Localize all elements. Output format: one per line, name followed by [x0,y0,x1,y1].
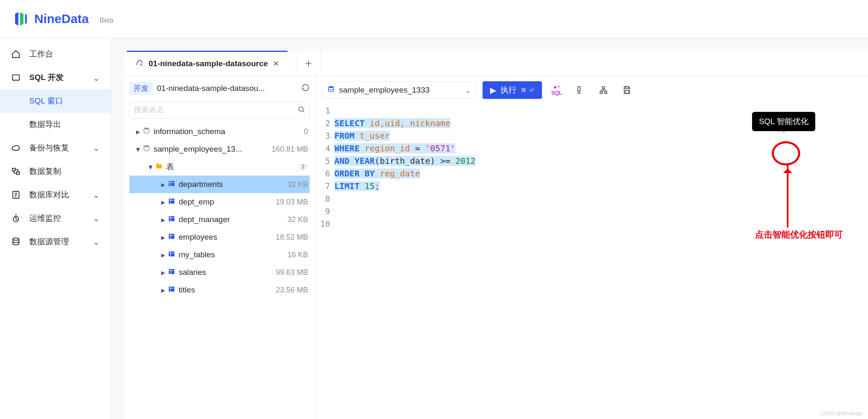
sidebar-item-workbench[interactable]: 工作台 [0,42,110,66]
arrow-icon: ▸ [159,215,168,225]
save-button[interactable] [618,81,636,99]
tree-table[interactable]: ▸ my_tables 16 KB [129,246,310,264]
table-name: dept_emp [179,197,276,207]
svg-rect-18 [602,87,605,89]
db-size: 160.81 MB [272,145,308,154]
table-size: 19.03 MB [276,198,308,207]
svg-rect-2 [17,172,19,174]
mysql-icon [135,59,144,69]
sql-editor[interactable]: 12345678910 SELECT id,uid, nicknameFROM … [316,100,868,419]
table-size: 99.63 MB [276,268,308,277]
sidebar-label: 数据复制 [29,166,61,177]
table-name: dept_manager [179,215,288,224]
refresh-icon[interactable] [301,83,310,94]
home-icon [11,49,21,59]
svg-rect-11 [169,216,175,221]
svg-rect-15 [169,287,175,292]
code-area[interactable]: SELECT id,uid, nicknameFROM t_userWHERE … [334,104,868,419]
sidebar-label: SQL 开发 [29,72,64,83]
sidebar-label: 数据库对比 [29,189,69,200]
ai-label: SQL [551,90,562,96]
svg-rect-22 [625,91,628,93]
svg-rect-0 [13,75,20,80]
search-table-input[interactable] [134,106,298,114]
brand-beta-tag: Beta [100,17,113,24]
arrow-icon: ▸ [159,233,168,242]
selected-database: sample_employees_1333 [339,85,460,95]
sidebar-item-datasource[interactable]: 数据源管理 ⌄ [0,230,110,253]
sidebar-sub-sql-window[interactable]: SQL 窗口 [0,89,110,113]
sql-ai-optimize-button[interactable]: ✦⁺ SQL [548,81,565,99]
database-icon [143,145,150,154]
svg-point-5 [13,238,19,241]
monitor-icon [11,214,21,223]
close-icon[interactable]: ✕ [273,59,279,68]
search-icon[interactable] [298,106,305,114]
tree-table[interactable]: ▸ salaries 99.63 MB [129,264,310,281]
sql-dev-icon [11,73,21,82]
chevron-up-icon: ⌃ [93,73,100,83]
table-icon [168,197,175,207]
execute-shortcut: ⌘ ⏎ [521,87,534,93]
svg-rect-1 [13,168,15,171]
svg-rect-17 [578,87,580,91]
plan-button[interactable] [595,81,612,99]
chevron-down-icon: ⌄ [93,237,100,247]
table-size: 32 KB [288,215,308,224]
tree-table[interactable]: ▸ departments 32 KB [129,176,310,193]
datasource-name[interactable]: 01-ninedata-sample-datasou... [157,84,297,93]
tab-datasource[interactable]: 01-ninedata-sample-datasource ✕ [127,51,288,76]
execute-label: 执行 [501,85,516,96]
svg-point-7 [144,127,149,129]
watermark: CSDN @NineData [820,411,862,416]
folder-icon [155,162,163,172]
svg-rect-19 [600,92,603,94]
svg-rect-20 [605,92,607,94]
sidebar-sub-export[interactable]: 数据导出 [0,113,110,136]
svg-rect-13 [169,251,175,256]
search-table-box [129,101,310,119]
arrow-icon: ▾ [146,162,155,172]
sidebar-item-sql-dev[interactable]: SQL 开发 ⌃ [0,66,110,89]
sidebar-item-replication[interactable]: 数据复制 [0,160,110,183]
tab-bar: 01-ninedata-sample-datasource ✕ ＋ [123,51,868,76]
tree-database[interactable]: ▾ sample_employees_13... 160.81 MB [129,140,310,158]
sidebar-item-compare[interactable]: 数据库对比 ⌄ [0,183,110,207]
chevron-down-icon: ⌄ [93,143,100,153]
db-size: 0 [304,127,308,136]
svg-rect-21 [625,87,628,89]
table-name: my_tables [179,250,288,259]
svg-point-8 [144,145,149,147]
execute-button[interactable]: ▶ 执行 ⌘ ⏎ [483,81,542,99]
tree-tables-folder[interactable]: ▾ 表 7 [129,158,310,176]
tree-database[interactable]: ▸ information_schema 0 [129,123,310,140]
tree-table[interactable]: ▸ employees 18.52 MB [129,228,310,246]
tree-table[interactable]: ▸ titles 23.56 MB [129,281,310,299]
svg-rect-12 [169,234,175,239]
arrow-icon: ▸ [159,268,168,277]
svg-rect-14 [169,269,175,274]
arrow-icon: ▾ [134,145,143,154]
svg-point-6 [299,107,303,111]
replication-icon [11,167,21,176]
brand-logo[interactable]: NineData Beta [13,10,113,27]
add-tab-button[interactable]: ＋ [296,51,321,76]
sidebar-item-backup[interactable]: 备份与恢复 ⌄ [0,136,110,160]
arrow-icon: ▸ [134,127,143,137]
cloud-icon [11,143,21,153]
sidebar-label: 备份与恢复 [29,142,69,153]
sidebar-item-ops[interactable]: 运维监控 ⌄ [0,207,110,230]
tree-table[interactable]: ▸ dept_emp 19.03 MB [129,193,310,211]
table-size: 18.52 MB [276,233,308,242]
format-button[interactable] [571,81,589,99]
compare-icon [11,190,21,199]
table-size: 23.56 MB [276,286,308,295]
tree-table[interactable]: ▸ dept_manager 32 KB [129,211,310,228]
svg-point-16 [329,86,334,88]
table-name: titles [179,285,276,295]
svg-rect-9 [169,181,175,186]
table-icon [168,250,175,260]
table-size: 32 KB [288,180,308,189]
arrow-icon: ▸ [159,250,168,260]
database-select[interactable]: sample_employees_1333 ⌄ [322,81,477,99]
